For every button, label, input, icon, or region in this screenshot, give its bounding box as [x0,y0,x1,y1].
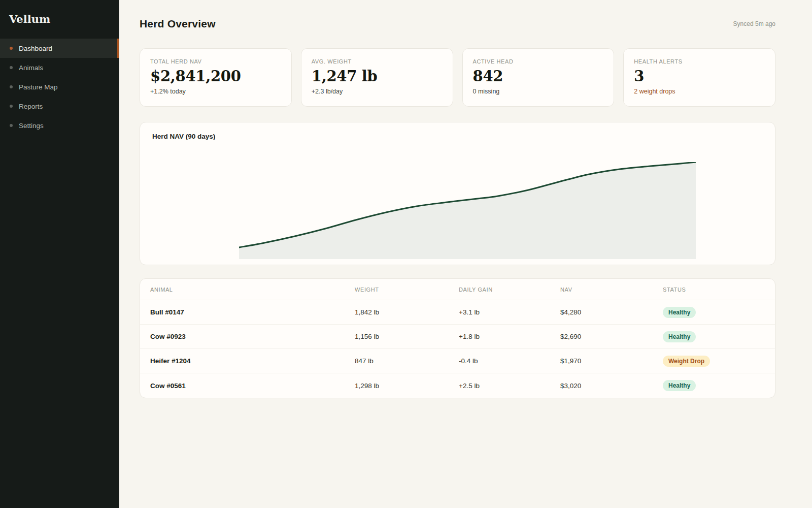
bullet-icon [10,105,13,108]
cell-status: Healthy [663,307,765,318]
sidebar-item-label: Reports [19,103,43,110]
sidebar-item-label: Animals [19,64,43,72]
bullet-icon [10,66,13,69]
main-content: Herd Overview Synced 5m ago TOTAL HERD N… [119,0,812,508]
sidebar-item-reports[interactable]: Reports [0,97,119,116]
sidebar: Vellum Dashboard Animals Pasture Map Rep… [0,0,119,508]
stat-label: HEALTH ALERTS [634,58,765,65]
cell-nav: $2,690 [560,333,663,340]
herd-nav-chart-card: Herd NAV (90 days) [140,122,775,265]
cell-daily-gain: -0.4 lb [459,357,560,365]
herd-nav-area-chart [239,162,696,259]
column-header-weight: WEIGHT [355,287,459,293]
stat-label: AVG. WEIGHT [312,58,443,65]
stat-value: $2,841,200 [150,68,281,85]
stat-sub: 2 weight drops [634,88,765,95]
bullet-icon [10,85,13,88]
stat-card-avg-weight: AVG. WEIGHT 1,247 lb +2.3 lb/day [301,48,453,107]
cell-weight: 847 lb [355,357,459,365]
page-title: Herd Overview [140,18,216,30]
sidebar-item-animals[interactable]: Animals [0,58,119,77]
app-root: Vellum Dashboard Animals Pasture Map Rep… [0,0,812,508]
table-row[interactable]: Cow #0561 1,298 lb +2.5 lb $3,020 Health… [140,373,775,398]
cell-animal: Heifer #1204 [150,357,355,365]
cell-status: Healthy [663,331,765,342]
sidebar-item-settings[interactable]: Settings [0,116,119,135]
cell-weight: 1,298 lb [355,382,459,390]
status-badge: Healthy [663,331,696,342]
stat-sub: +1.2% today [150,88,281,95]
stat-card-active-head: ACTIVE HEAD 842 0 missing [462,48,615,107]
table-row[interactable]: Cow #0923 1,156 lb +1.8 lb $2,690 Health… [140,325,775,349]
stat-value: 842 [473,68,604,85]
bullet-icon [10,47,13,50]
stat-value: 3 [634,68,765,85]
table-row[interactable]: Bull #0147 1,842 lb +3.1 lb $4,280 Healt… [140,300,775,325]
status-badge: Weight Drop [663,356,710,367]
status-badge: Healthy [663,307,696,318]
column-header-status: STATUS [663,287,765,293]
stat-sub: +2.3 lb/day [312,88,443,95]
sidebar-item-label: Settings [19,122,44,130]
cell-weight: 1,156 lb [355,333,459,340]
sidebar-item-label: Dashboard [19,45,52,52]
column-header-nav: NAV [560,287,663,293]
animals-table: ANIMAL WEIGHT DAILY GAIN NAV STATUS Bull… [140,278,775,398]
cell-nav: $3,020 [560,382,663,390]
sync-status: Synced 5m ago [733,20,775,27]
stat-label: TOTAL HERD NAV [150,58,281,65]
bullet-icon [10,124,13,127]
topbar: Herd Overview Synced 5m ago [140,17,775,30]
table-header-row: ANIMAL WEIGHT DAILY GAIN NAV STATUS [140,279,775,300]
chart-area-fill [239,162,696,259]
stat-value: 1,247 lb [312,68,443,85]
cell-animal: Cow #0923 [150,333,355,340]
cell-daily-gain: +3.1 lb [459,308,560,316]
column-header-animal: ANIMAL [150,287,355,293]
sidebar-item-dashboard[interactable]: Dashboard [0,39,119,58]
cell-nav: $1,970 [560,357,663,365]
cell-status: Healthy [663,380,765,391]
stat-sub: 0 missing [473,88,604,95]
app-logo: Vellum [0,0,119,26]
stat-cards-row: TOTAL HERD NAV $2,841,200 +1.2% today AV… [140,48,775,107]
sidebar-nav: Dashboard Animals Pasture Map Reports Se… [0,39,119,135]
status-badge: Healthy [663,380,696,391]
stat-label: ACTIVE HEAD [473,58,604,65]
cell-nav: $4,280 [560,308,663,316]
stat-card-total-herd-nav: TOTAL HERD NAV $2,841,200 +1.2% today [140,48,292,107]
cell-animal: Cow #0561 [150,382,355,390]
sidebar-item-pasture-map[interactable]: Pasture Map [0,77,119,97]
cell-daily-gain: +1.8 lb [459,333,560,340]
column-header-daily-gain: DAILY GAIN [459,287,560,293]
sidebar-item-label: Pasture Map [19,83,58,91]
stat-card-health-alerts: HEALTH ALERTS 3 2 weight drops [623,48,775,107]
chart-title: Herd NAV (90 days) [152,133,763,140]
table-row[interactable]: Heifer #1204 847 lb -0.4 lb $1,970 Weigh… [140,349,775,373]
cell-animal: Bull #0147 [150,308,355,316]
cell-weight: 1,842 lb [355,308,459,316]
cell-status: Weight Drop [663,356,765,367]
cell-daily-gain: +2.5 lb [459,382,560,390]
